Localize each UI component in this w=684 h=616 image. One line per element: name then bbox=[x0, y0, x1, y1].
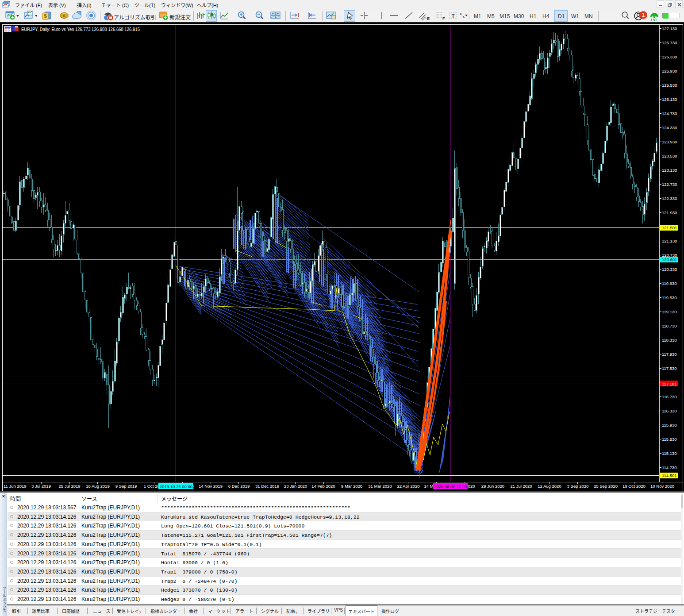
svg-text:125.530: 125.530 bbox=[662, 83, 677, 88]
svg-text:F: F bbox=[442, 16, 445, 21]
svg-text:123.530: 123.530 bbox=[662, 154, 677, 158]
svg-text:25 Sep 2020: 25 Sep 2020 bbox=[594, 484, 618, 489]
svg-text:120.601: 120.601 bbox=[662, 257, 677, 262]
svg-text:10 Nov 2020: 10 Nov 2020 bbox=[650, 484, 674, 489]
svg-text:120.330: 120.330 bbox=[662, 267, 677, 272]
svg-text:115.130: 115.130 bbox=[662, 451, 677, 456]
svg-text:115.930: 115.930 bbox=[662, 423, 677, 427]
svg-text:12 Aug 2020: 12 Aug 2020 bbox=[538, 484, 561, 489]
svg-text:14 Feb 2020: 14 Feb 2020 bbox=[311, 484, 335, 489]
svg-text:31 Dec 2019: 31 Dec 2019 bbox=[255, 484, 279, 489]
svg-text:9 Sep 2019: 9 Sep 2019 bbox=[115, 484, 137, 489]
svg-text:114.501: 114.501 bbox=[662, 473, 677, 478]
svg-text:122.330: 122.330 bbox=[662, 196, 677, 201]
svg-text:121.930: 121.930 bbox=[662, 210, 677, 215]
svg-text:126.730: 126.730 bbox=[662, 40, 677, 45]
svg-text:117.930: 117.930 bbox=[662, 352, 677, 357]
svg-text:125.930: 125.930 bbox=[662, 69, 677, 73]
svg-text:123.930: 123.930 bbox=[662, 139, 677, 144]
svg-text:29 Jun 2020: 29 Jun 2020 bbox=[481, 484, 504, 489]
svg-text:6 Dec 2019: 6 Dec 2019 bbox=[228, 484, 250, 489]
svg-text:1: 1 bbox=[642, 12, 645, 18]
svg-text:122.730: 122.730 bbox=[662, 182, 677, 187]
svg-text:115.530: 115.530 bbox=[662, 437, 677, 442]
svg-text:116.730: 116.730 bbox=[662, 394, 677, 399]
svg-text:114.730: 114.730 bbox=[662, 465, 677, 470]
svg-text:119.530: 119.530 bbox=[662, 295, 677, 300]
svg-text:22 Apr 2020: 22 Apr 2020 bbox=[397, 484, 419, 489]
svg-text:118.730: 118.730 bbox=[662, 323, 677, 328]
svg-text:11 Jun 2019: 11 Jun 2019 bbox=[4, 484, 27, 489]
svg-text:9 Mar 2020: 9 Mar 2020 bbox=[341, 484, 362, 489]
svg-text:21 Jul 2020: 21 Jul 2020 bbox=[510, 484, 532, 489]
svg-text:2019.10.25 00:00: 2019.10.25 00:00 bbox=[160, 484, 192, 489]
svg-text:123.130: 123.130 bbox=[662, 168, 677, 173]
svg-text:31 Mar 2020: 31 Mar 2020 bbox=[368, 484, 392, 489]
svg-text:19 Oct 2020: 19 Oct 2020 bbox=[623, 484, 646, 489]
svg-text:121.501: 121.501 bbox=[662, 225, 677, 230]
svg-text:14 Nov 2019: 14 Nov 2019 bbox=[199, 484, 223, 489]
svg-text:121.130: 121.130 bbox=[662, 239, 677, 243]
svg-text:127.130: 127.130 bbox=[662, 26, 677, 31]
svg-text:117.530: 117.530 bbox=[662, 366, 677, 371]
svg-text:119.130: 119.130 bbox=[662, 309, 677, 314]
svg-text:5: 5 bbox=[63, 14, 65, 18]
svg-text:126.330: 126.330 bbox=[662, 54, 677, 59]
svg-text:2020.06.02 17:29: 2020.06.02 17:29 bbox=[434, 484, 467, 489]
svg-text:116.330: 116.330 bbox=[662, 408, 677, 413]
svg-text:23 Jan 2020: 23 Jan 2020 bbox=[284, 484, 307, 489]
svg-text:118.330: 118.330 bbox=[662, 338, 677, 343]
svg-text:3 Jul 2019: 3 Jul 2019 bbox=[31, 484, 51, 489]
svg-text:3 Sep 2020: 3 Sep 2020 bbox=[567, 484, 589, 489]
svg-text:124.330: 124.330 bbox=[662, 125, 677, 130]
svg-text:T: T bbox=[452, 13, 455, 19]
svg-text:119.930: 119.930 bbox=[662, 281, 677, 286]
svg-text:125.130: 125.130 bbox=[662, 97, 677, 102]
svg-text:124.730: 124.730 bbox=[662, 111, 677, 116]
svg-text:117.101: 117.101 bbox=[662, 381, 677, 386]
svg-text:LVL: LVL bbox=[651, 18, 657, 22]
svg-text:16 Aug 2019: 16 Aug 2019 bbox=[86, 484, 109, 489]
svg-text:$: $ bbox=[44, 13, 46, 19]
svg-text:EURJPY, Daily: Euro vs Yen 1: EURJPY, Daily: Euro vs Yen 126.773 126.9… bbox=[21, 27, 140, 32]
svg-text:E: E bbox=[427, 16, 430, 21]
svg-text:25 Jul 2019: 25 Jul 2019 bbox=[58, 484, 80, 489]
